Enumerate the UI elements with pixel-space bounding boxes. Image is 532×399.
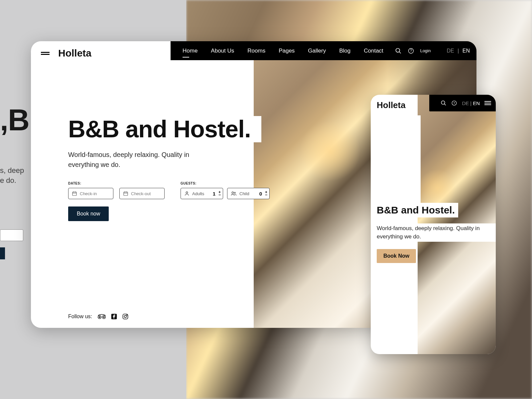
person-icon — [184, 191, 190, 196]
svg-rect-8 — [124, 192, 128, 196]
mobile-headline: B&B and Hostel. — [377, 203, 458, 217]
hero-subtext: World-famous, deeply relaxing. Quality i… — [68, 150, 191, 170]
hero-headline: B&B and Hostel. — [68, 116, 261, 142]
booking-form: DATES: Check-in Check-out GUESTS: — [68, 182, 270, 221]
adults-field[interactable]: Adults 1 + − — [181, 188, 223, 199]
nav-link-blog[interactable]: Blog — [339, 48, 350, 54]
hamburger-icon[interactable] — [41, 51, 50, 56]
adults-stepper[interactable]: + − — [218, 191, 221, 196]
nav-link-gallery[interactable]: Gallery — [308, 48, 326, 54]
lang-separator: | — [458, 48, 459, 54]
svg-point-21 — [124, 316, 127, 318]
follow-section: Follow us: — [68, 313, 129, 320]
svg-point-22 — [127, 315, 127, 316]
facebook-icon[interactable] — [111, 313, 117, 320]
checkout-field[interactable]: Check-out — [119, 188, 165, 199]
desktop-topbar: Holleta Home About Us Rooms Pages Galler… — [31, 41, 476, 65]
child-label: Child — [239, 191, 249, 196]
faded-button — [0, 247, 5, 259]
svg-line-24 — [445, 104, 446, 105]
book-now-button[interactable]: Book now — [68, 206, 109, 221]
svg-text:?: ? — [454, 101, 455, 105]
checkin-placeholder: Check-in — [80, 191, 97, 196]
people-icon — [231, 191, 237, 196]
faded-subtext-2: e do. — [0, 176, 16, 185]
nav-link-home[interactable]: Home — [183, 48, 198, 54]
nav-bar: Home About Us Rooms Pages Gallery Blog C… — [171, 41, 476, 60]
hamburger-icon[interactable] — [484, 100, 491, 106]
lang-de[interactable]: DE — [447, 48, 454, 54]
nav-right: ? Login DE | EN — [395, 48, 470, 54]
brand-logo[interactable]: Holleta — [58, 48, 91, 59]
mobile-language-switcher[interactable]: DE|EN — [462, 100, 480, 106]
mobile-book-button[interactable]: Book Now — [377, 249, 416, 263]
minus-icon[interactable]: − — [265, 194, 267, 196]
svg-point-18 — [103, 317, 104, 318]
svg-text:?: ? — [410, 49, 412, 53]
dates-label: DATES: — [68, 182, 165, 185]
lang-de[interactable]: DE — [462, 100, 469, 106]
checkin-field[interactable]: Check-in — [68, 188, 113, 199]
minus-icon[interactable]: − — [218, 194, 221, 196]
svg-point-13 — [232, 192, 233, 194]
calendar-icon — [123, 191, 128, 196]
guests-label: GUESTS: — [181, 182, 270, 185]
child-value: 0 — [259, 191, 262, 197]
faded-field — [0, 229, 23, 241]
mobile-white-panel — [371, 115, 421, 207]
faded-headline: ,B — [0, 103, 29, 137]
svg-point-0 — [396, 48, 400, 52]
nav-link-about[interactable]: About Us — [211, 48, 234, 54]
lang-en[interactable]: EN — [473, 100, 480, 106]
mobile-topbar-right: ? DE|EN — [429, 95, 496, 111]
search-icon[interactable] — [441, 100, 447, 106]
mobile-subtext: World-famous, deeply relaxing. Quality i… — [377, 223, 496, 242]
social-icons — [97, 313, 129, 320]
adults-label: Adults — [192, 191, 204, 196]
adults-value: 1 — [213, 191, 215, 197]
lang-separator: | — [470, 100, 471, 106]
language-switcher[interactable]: DE | EN — [447, 48, 470, 54]
svg-rect-4 — [72, 192, 76, 196]
svg-point-23 — [442, 101, 445, 104]
hero-sub-line1: World-famous, deeply relaxing. Quality i… — [68, 151, 189, 158]
hero-content: B&B and Hostel. World-famous, deeply rel… — [68, 116, 270, 221]
instagram-icon[interactable] — [122, 313, 129, 320]
checkout-placeholder: Check-out — [131, 191, 151, 196]
mobile-mockup: Holleta ? DE|EN B&B and Hostel. World-fa… — [371, 95, 496, 354]
svg-line-1 — [399, 52, 401, 53]
nav-links: Home About Us Rooms Pages Gallery Blog C… — [183, 48, 383, 54]
faded-subtext-1: s, deep — [0, 166, 24, 175]
child-stepper[interactable]: + − — [265, 191, 267, 196]
svg-point-12 — [186, 192, 188, 194]
help-icon[interactable]: ? — [408, 48, 414, 54]
calendar-icon — [72, 191, 77, 196]
svg-point-17 — [99, 317, 100, 318]
lang-en[interactable]: EN — [463, 48, 470, 54]
child-field[interactable]: Child 0 + − — [227, 188, 270, 199]
mobile-brand[interactable]: Holleta — [377, 100, 408, 110]
nav-link-contact[interactable]: Contact — [364, 48, 383, 54]
nav-link-rooms[interactable]: Rooms — [247, 48, 265, 54]
mobile-topbar: Holleta ? DE|EN — [371, 95, 496, 115]
login-link[interactable]: Login — [420, 48, 431, 53]
hero-sub-line2: everything we do. — [68, 161, 120, 168]
tripadvisor-icon[interactable] — [97, 314, 106, 320]
help-icon[interactable]: ? — [451, 100, 457, 106]
svg-point-14 — [234, 192, 235, 194]
follow-label: Follow us: — [68, 314, 92, 320]
mobile-hero-content: B&B and Hostel. World-famous, deeply rel… — [377, 203, 496, 263]
search-icon[interactable] — [395, 48, 402, 54]
nav-link-pages[interactable]: Pages — [279, 48, 295, 54]
